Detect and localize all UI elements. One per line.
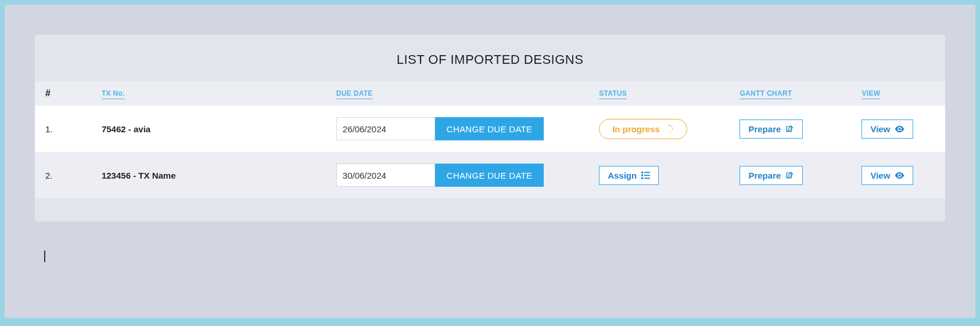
svg-point-6	[665, 128, 666, 129]
col-view[interactable]: VIEW	[851, 81, 945, 106]
cell-view: View	[851, 152, 945, 198]
svg-rect-9	[641, 172, 643, 173]
cell-gantt: Prepare	[729, 152, 851, 198]
cell-gantt: Prepare	[729, 106, 851, 152]
list-icon	[641, 171, 650, 179]
cell-due: CHANGE DUE DATE	[326, 106, 588, 152]
view-label: View	[870, 171, 890, 180]
col-index: #	[35, 81, 91, 106]
prepare-button[interactable]: Prepare	[740, 119, 803, 139]
change-due-date-button[interactable]: CHANGE DUE DATE	[435, 164, 544, 187]
svg-rect-13	[641, 178, 643, 179]
cell-status: In progress	[588, 106, 729, 152]
cell-tx: 123456 - TX Name	[91, 152, 326, 198]
view-button[interactable]: View	[861, 119, 913, 139]
due-date-input[interactable]	[336, 117, 435, 140]
col-duedate[interactable]: DUE DATE	[326, 81, 588, 106]
svg-rect-14	[644, 178, 650, 179]
text-cursor	[44, 251, 45, 262]
svg-point-2	[672, 128, 673, 129]
table-row: 1. 75462 - avia CHANGE DUE DATE In progr…	[35, 106, 945, 152]
due-date-input[interactable]	[336, 164, 435, 187]
svg-rect-11	[641, 175, 643, 176]
spinner-icon	[665, 124, 674, 133]
edit-icon	[785, 125, 794, 133]
eye-icon	[895, 172, 904, 179]
header-row: # TX No. DUE DATE STATUS GANTT CHART VIE…	[35, 81, 945, 106]
assign-label: Assign	[608, 171, 637, 180]
outer-container: LIST OF IMPORTED DESIGNS # TX No. DUE DA…	[5, 5, 975, 318]
view-label: View	[870, 124, 890, 134]
status-badge-in-progress: In progress	[599, 119, 687, 139]
col-txno[interactable]: TX No.	[91, 81, 326, 106]
cell-status: Assign	[588, 152, 729, 198]
cell-tx: 75462 - avia	[91, 106, 326, 152]
col-status[interactable]: STATUS	[588, 81, 729, 106]
svg-rect-12	[644, 175, 650, 176]
prepare-button[interactable]: Prepare	[740, 166, 803, 185]
designs-table: # TX No. DUE DATE STATUS GANTT CHART VIE…	[35, 81, 945, 198]
svg-point-3	[671, 131, 672, 132]
cell-due: CHANGE DUE DATE	[326, 152, 588, 198]
prepare-label: Prepare	[748, 124, 781, 134]
cell-index: 1.	[35, 106, 91, 152]
designs-panel: LIST OF IMPORTED DESIGNS # TX No. DUE DA…	[35, 35, 945, 222]
svg-point-1	[671, 126, 672, 127]
prepare-label: Prepare	[748, 171, 781, 180]
change-due-date-button[interactable]: CHANGE DUE DATE	[435, 117, 544, 140]
table-row: 2. 123456 - TX Name CHANGE DUE DATE Assi…	[35, 152, 945, 198]
cell-index: 2.	[35, 152, 91, 198]
edit-icon	[785, 171, 794, 180]
panel-title: LIST OF IMPORTED DESIGNS	[35, 52, 945, 67]
col-gantt[interactable]: GANTT CHART	[729, 81, 851, 106]
svg-point-5	[666, 131, 667, 132]
view-button[interactable]: View	[861, 166, 913, 185]
svg-point-7	[666, 126, 667, 126]
cell-view: View	[851, 106, 945, 152]
svg-point-4	[669, 132, 670, 133]
assign-button[interactable]: Assign	[599, 166, 659, 185]
svg-point-0	[668, 125, 670, 126]
svg-rect-10	[644, 172, 650, 173]
status-label: In progress	[612, 124, 660, 134]
eye-icon	[895, 125, 904, 133]
